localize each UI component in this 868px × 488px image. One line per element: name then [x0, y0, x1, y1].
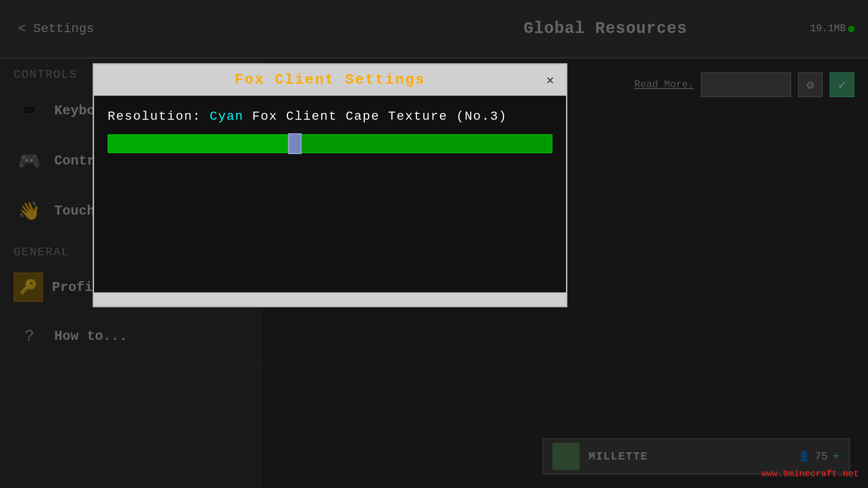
resolution-color-label: Cyan: [210, 109, 244, 123]
settings-background: < Settings Global Resources 19.1MB Contr…: [0, 0, 868, 488]
resolution-slider[interactable]: [108, 132, 552, 155]
slider-fill: [108, 135, 295, 152]
watermark: www.9minecraft.net: [761, 469, 859, 479]
slider-thumb[interactable]: [288, 133, 302, 154]
modal-header: Fox Client Settings ✕: [94, 65, 566, 96]
resolution-label: Resolution:: [108, 109, 210, 123]
modal-title: Fox Client Settings: [235, 71, 425, 88]
slider-track: [108, 134, 552, 153]
resolution-rest: Fox Client Cape Texture (No.3): [244, 109, 507, 123]
modal-body: Resolution: Cyan Fox Client Cape Texture…: [94, 96, 566, 292]
resolution-text: Resolution: Cyan Fox Client Cape Texture…: [108, 109, 552, 123]
fox-client-settings-modal: Fox Client Settings ✕ Resolution: Cyan F…: [93, 63, 567, 307]
close-button[interactable]: ✕: [541, 71, 559, 89]
modal-footer: [94, 292, 566, 306]
